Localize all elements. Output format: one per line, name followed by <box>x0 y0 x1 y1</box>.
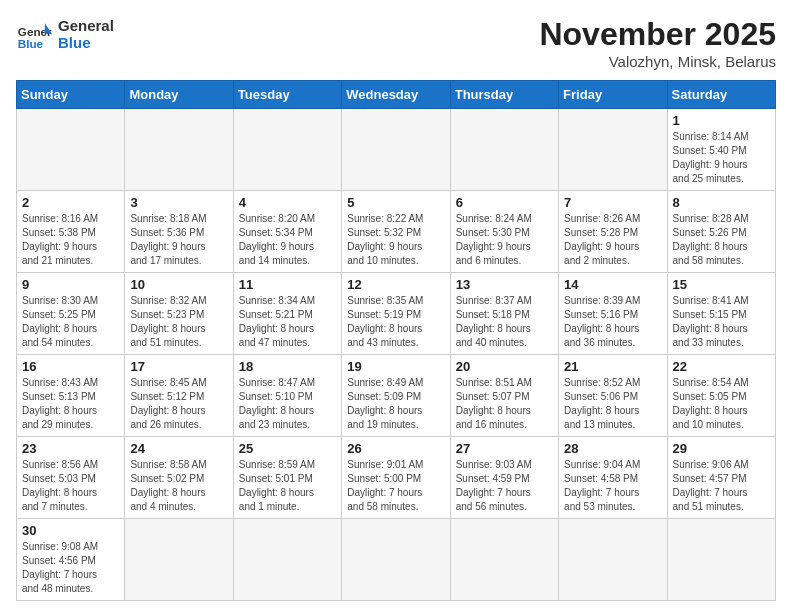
day-info: Sunrise: 8:28 AM Sunset: 5:26 PM Dayligh… <box>673 212 770 268</box>
day-info: Sunrise: 8:43 AM Sunset: 5:13 PM Dayligh… <box>22 376 119 432</box>
day-info: Sunrise: 8:18 AM Sunset: 5:36 PM Dayligh… <box>130 212 227 268</box>
weekday-header: Saturday <box>667 81 775 109</box>
day-number: 8 <box>673 195 770 210</box>
calendar-day-cell <box>125 109 233 191</box>
day-info: Sunrise: 8:30 AM Sunset: 5:25 PM Dayligh… <box>22 294 119 350</box>
day-info: Sunrise: 8:24 AM Sunset: 5:30 PM Dayligh… <box>456 212 553 268</box>
logo-blue-text: Blue <box>58 34 114 51</box>
calendar-day-cell <box>559 109 667 191</box>
weekday-header: Friday <box>559 81 667 109</box>
calendar-week-row: 9Sunrise: 8:30 AM Sunset: 5:25 PM Daylig… <box>17 273 776 355</box>
day-info: Sunrise: 8:56 AM Sunset: 5:03 PM Dayligh… <box>22 458 119 514</box>
day-number: 26 <box>347 441 444 456</box>
calendar-day-cell: 24Sunrise: 8:58 AM Sunset: 5:02 PM Dayli… <box>125 437 233 519</box>
day-info: Sunrise: 8:37 AM Sunset: 5:18 PM Dayligh… <box>456 294 553 350</box>
day-number: 7 <box>564 195 661 210</box>
calendar-day-cell: 11Sunrise: 8:34 AM Sunset: 5:21 PM Dayli… <box>233 273 341 355</box>
calendar-week-row: 2Sunrise: 8:16 AM Sunset: 5:38 PM Daylig… <box>17 191 776 273</box>
day-number: 13 <box>456 277 553 292</box>
calendar-day-cell <box>450 519 558 601</box>
page-header: General Blue General Blue November 2025 … <box>16 16 776 70</box>
day-number: 17 <box>130 359 227 374</box>
calendar-week-row: 1Sunrise: 8:14 AM Sunset: 5:40 PM Daylig… <box>17 109 776 191</box>
day-number: 25 <box>239 441 336 456</box>
calendar-day-cell: 2Sunrise: 8:16 AM Sunset: 5:38 PM Daylig… <box>17 191 125 273</box>
day-number: 18 <box>239 359 336 374</box>
calendar-day-cell: 4Sunrise: 8:20 AM Sunset: 5:34 PM Daylig… <box>233 191 341 273</box>
day-number: 5 <box>347 195 444 210</box>
day-number: 12 <box>347 277 444 292</box>
calendar-day-cell: 18Sunrise: 8:47 AM Sunset: 5:10 PM Dayli… <box>233 355 341 437</box>
day-info: Sunrise: 9:03 AM Sunset: 4:59 PM Dayligh… <box>456 458 553 514</box>
calendar-day-cell: 6Sunrise: 8:24 AM Sunset: 5:30 PM Daylig… <box>450 191 558 273</box>
logo: General Blue General Blue <box>16 16 114 52</box>
weekday-header: Sunday <box>17 81 125 109</box>
calendar-day-cell <box>450 109 558 191</box>
day-number: 23 <box>22 441 119 456</box>
calendar-day-cell: 23Sunrise: 8:56 AM Sunset: 5:03 PM Dayli… <box>17 437 125 519</box>
calendar-header: SundayMondayTuesdayWednesdayThursdayFrid… <box>17 81 776 109</box>
day-number: 15 <box>673 277 770 292</box>
day-number: 22 <box>673 359 770 374</box>
day-number: 4 <box>239 195 336 210</box>
day-number: 20 <box>456 359 553 374</box>
weekday-header: Thursday <box>450 81 558 109</box>
logo-icon: General Blue <box>16 16 52 52</box>
calendar-day-cell: 30Sunrise: 9:08 AM Sunset: 4:56 PM Dayli… <box>17 519 125 601</box>
day-info: Sunrise: 8:34 AM Sunset: 5:21 PM Dayligh… <box>239 294 336 350</box>
day-number: 14 <box>564 277 661 292</box>
calendar-day-cell: 16Sunrise: 8:43 AM Sunset: 5:13 PM Dayli… <box>17 355 125 437</box>
calendar-day-cell <box>342 109 450 191</box>
calendar-day-cell <box>125 519 233 601</box>
day-number: 2 <box>22 195 119 210</box>
weekday-header: Tuesday <box>233 81 341 109</box>
day-info: Sunrise: 8:52 AM Sunset: 5:06 PM Dayligh… <box>564 376 661 432</box>
day-number: 9 <box>22 277 119 292</box>
day-info: Sunrise: 8:49 AM Sunset: 5:09 PM Dayligh… <box>347 376 444 432</box>
calendar-day-cell <box>233 109 341 191</box>
day-info: Sunrise: 8:47 AM Sunset: 5:10 PM Dayligh… <box>239 376 336 432</box>
weekday-header: Wednesday <box>342 81 450 109</box>
calendar-day-cell: 3Sunrise: 8:18 AM Sunset: 5:36 PM Daylig… <box>125 191 233 273</box>
calendar-week-row: 16Sunrise: 8:43 AM Sunset: 5:13 PM Dayli… <box>17 355 776 437</box>
day-info: Sunrise: 9:04 AM Sunset: 4:58 PM Dayligh… <box>564 458 661 514</box>
calendar-day-cell: 8Sunrise: 8:28 AM Sunset: 5:26 PM Daylig… <box>667 191 775 273</box>
day-info: Sunrise: 8:22 AM Sunset: 5:32 PM Dayligh… <box>347 212 444 268</box>
day-info: Sunrise: 9:06 AM Sunset: 4:57 PM Dayligh… <box>673 458 770 514</box>
day-info: Sunrise: 8:59 AM Sunset: 5:01 PM Dayligh… <box>239 458 336 514</box>
day-info: Sunrise: 8:32 AM Sunset: 5:23 PM Dayligh… <box>130 294 227 350</box>
day-info: Sunrise: 8:26 AM Sunset: 5:28 PM Dayligh… <box>564 212 661 268</box>
day-number: 16 <box>22 359 119 374</box>
calendar-week-row: 30Sunrise: 9:08 AM Sunset: 4:56 PM Dayli… <box>17 519 776 601</box>
day-info: Sunrise: 9:08 AM Sunset: 4:56 PM Dayligh… <box>22 540 119 596</box>
day-number: 21 <box>564 359 661 374</box>
logo-general-text: General <box>58 17 114 34</box>
day-number: 6 <box>456 195 553 210</box>
calendar-table: SundayMondayTuesdayWednesdayThursdayFrid… <box>16 80 776 601</box>
calendar-day-cell <box>17 109 125 191</box>
calendar-day-cell: 17Sunrise: 8:45 AM Sunset: 5:12 PM Dayli… <box>125 355 233 437</box>
day-info: Sunrise: 8:51 AM Sunset: 5:07 PM Dayligh… <box>456 376 553 432</box>
day-info: Sunrise: 8:39 AM Sunset: 5:16 PM Dayligh… <box>564 294 661 350</box>
day-info: Sunrise: 8:14 AM Sunset: 5:40 PM Dayligh… <box>673 130 770 186</box>
calendar-day-cell: 27Sunrise: 9:03 AM Sunset: 4:59 PM Dayli… <box>450 437 558 519</box>
calendar-week-row: 23Sunrise: 8:56 AM Sunset: 5:03 PM Dayli… <box>17 437 776 519</box>
day-number: 27 <box>456 441 553 456</box>
calendar-day-cell <box>667 519 775 601</box>
month-title: November 2025 <box>539 16 776 53</box>
calendar-day-cell: 21Sunrise: 8:52 AM Sunset: 5:06 PM Dayli… <box>559 355 667 437</box>
title-block: November 2025 Valozhyn, Minsk, Belarus <box>539 16 776 70</box>
day-number: 24 <box>130 441 227 456</box>
calendar-day-cell: 20Sunrise: 8:51 AM Sunset: 5:07 PM Dayli… <box>450 355 558 437</box>
day-info: Sunrise: 8:20 AM Sunset: 5:34 PM Dayligh… <box>239 212 336 268</box>
calendar-day-cell: 10Sunrise: 8:32 AM Sunset: 5:23 PM Dayli… <box>125 273 233 355</box>
day-number: 1 <box>673 113 770 128</box>
calendar-day-cell: 7Sunrise: 8:26 AM Sunset: 5:28 PM Daylig… <box>559 191 667 273</box>
day-number: 10 <box>130 277 227 292</box>
calendar-day-cell <box>342 519 450 601</box>
weekday-row: SundayMondayTuesdayWednesdayThursdayFrid… <box>17 81 776 109</box>
day-number: 11 <box>239 277 336 292</box>
calendar-day-cell: 5Sunrise: 8:22 AM Sunset: 5:32 PM Daylig… <box>342 191 450 273</box>
calendar-day-cell: 19Sunrise: 8:49 AM Sunset: 5:09 PM Dayli… <box>342 355 450 437</box>
calendar-day-cell: 22Sunrise: 8:54 AM Sunset: 5:05 PM Dayli… <box>667 355 775 437</box>
